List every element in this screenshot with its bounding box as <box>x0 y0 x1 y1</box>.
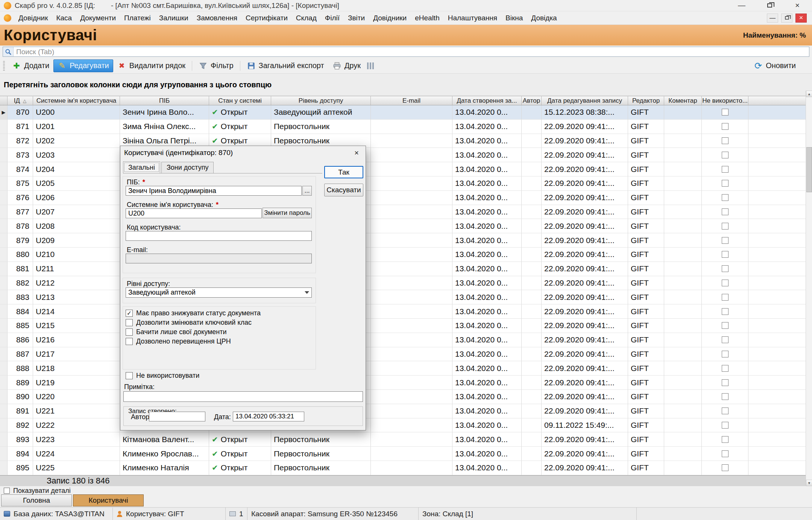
minimize-button[interactable]: — <box>736 1 747 11</box>
menu-item-Філії[interactable]: Філії <box>321 12 344 24</box>
search-input[interactable]: Поиск (Tab) <box>3 47 809 57</box>
cell-notused[interactable] <box>702 148 748 162</box>
author-input[interactable] <box>149 412 205 421</box>
not-used-checkbox[interactable] <box>722 194 729 201</box>
refresh-button[interactable]: ⟳ Оновити <box>750 59 800 72</box>
column-header-8[interactable]: Автор <box>522 96 542 105</box>
not-used-checkbox[interactable] <box>722 294 729 301</box>
not-used-checkbox[interactable] <box>722 422 729 429</box>
cell-notused[interactable] <box>702 347 748 362</box>
dialog-option-4[interactable]: Дозволено перевищення ЦРН <box>126 337 311 346</box>
column-header-12[interactable]: Не використо... <box>702 96 748 105</box>
column-header-11[interactable]: Коментар <box>664 96 702 105</box>
column-header-6[interactable]: E-mail <box>371 96 452 105</box>
user-code-input[interactable] <box>126 231 312 241</box>
cancel-button[interactable]: Скасувати <box>324 184 363 196</box>
menu-item-Замовлення[interactable]: Замовлення <box>193 12 241 24</box>
not-used-checkbox[interactable] <box>722 223 729 230</box>
menu-item-Налаштування[interactable]: Налаштування <box>444 12 501 24</box>
cell-notused[interactable] <box>702 319 748 333</box>
not-used-checkbox[interactable] <box>722 436 729 443</box>
menu-item-Довідник[interactable]: Довідник <box>14 12 52 24</box>
cell-notused[interactable] <box>702 418 748 433</box>
mdi-minimize-button[interactable]: — <box>767 14 778 23</box>
ok-button[interactable]: Так <box>324 166 363 178</box>
not-used-checkbox[interactable] <box>722 137 729 144</box>
cell-notused[interactable] <box>702 233 748 248</box>
menu-item-Каса[interactable]: Каса <box>52 12 76 24</box>
cell-notused[interactable] <box>702 361 748 376</box>
column-chooser-icon[interactable] <box>367 62 374 69</box>
date-input[interactable]: 13.04.2020 05:33:21 <box>233 412 304 421</box>
not-used-checkbox[interactable] <box>722 123 729 130</box>
menu-item-Довідники[interactable]: Довідники <box>369 12 411 24</box>
not-used-checkbox[interactable] <box>722 336 729 343</box>
not-used-checkbox[interactable] <box>722 180 729 187</box>
restore-button[interactable] <box>764 1 775 11</box>
group-by-bar[interactable]: Перетягніть заголовок колонки сюди для у… <box>0 74 812 96</box>
menu-item-Вікна[interactable]: Вікна <box>501 12 527 24</box>
print-button[interactable]: Друк <box>328 59 365 72</box>
scroll-up-button[interactable]: ▲ <box>806 91 812 97</box>
dialog-option-1[interactable]: ✓Має право знижувати статус документа <box>126 309 311 318</box>
not-used-checkbox[interactable] <box>722 393 729 400</box>
tab-zony-dostupu[interactable]: Зони доступу <box>161 162 214 173</box>
pib-input[interactable]: Зенич Ірина Володимирівна <box>126 186 302 196</box>
close-button[interactable]: × <box>792 1 803 11</box>
not-used-checkbox[interactable] <box>722 379 729 386</box>
not-use-option[interactable]: Не використовувати <box>126 371 199 380</box>
column-header-10[interactable]: Редактор <box>628 96 664 105</box>
cell-notused[interactable] <box>702 390 748 404</box>
cell-notused[interactable] <box>702 162 748 176</box>
cell-notused[interactable] <box>702 134 748 148</box>
not-used-checkbox[interactable] <box>722 109 729 116</box>
search-icon[interactable] <box>3 47 14 56</box>
checkbox[interactable] <box>126 319 133 326</box>
add-button[interactable]: ✚ Додати <box>8 59 53 72</box>
column-header-2[interactable]: Системне ім'я користувача <box>33 96 120 105</box>
bottom-tab-Користувачі[interactable]: Користувачі <box>73 494 144 506</box>
not-used-checkbox[interactable] <box>722 308 729 315</box>
email-input[interactable] <box>126 254 312 263</box>
not-used-checkbox[interactable] <box>722 166 729 173</box>
export-button[interactable]: Загальний експорт <box>243 59 328 72</box>
menu-item-Сертифікати[interactable]: Сертифікати <box>241 12 292 24</box>
change-password-button[interactable]: Змінити пароль <box>263 208 312 218</box>
bottom-tab-Головна[interactable]: Головна <box>1 494 72 506</box>
show-details-checkbox[interactable] <box>4 488 10 494</box>
sysname-input[interactable]: U200 <box>126 208 262 218</box>
cell-notused[interactable] <box>702 461 748 475</box>
cell-notused[interactable] <box>702 404 748 418</box>
menu-item-eHealth[interactable]: eHealth <box>411 12 444 24</box>
not-used-checkbox[interactable] <box>722 265 729 272</box>
not-used-checkbox[interactable] <box>722 152 729 158</box>
column-header-1[interactable]: ІД△ <box>8 96 33 105</box>
cell-notused[interactable] <box>702 219 748 233</box>
cell-notused[interactable] <box>702 333 748 347</box>
menu-item-Склад[interactable]: Склад <box>292 12 321 24</box>
checkbox[interactable] <box>126 328 133 336</box>
mdi-close-button[interactable]: × <box>795 14 807 23</box>
table-row-871[interactable]: 871U201Зима Яніна Олекс...✔ОткрытПервост… <box>0 120 806 134</box>
vertical-scrollbar[interactable]: ▲ ▼ <box>806 91 812 486</box>
cell-notused[interactable] <box>702 120 748 134</box>
column-header-3[interactable]: ПІБ <box>120 96 209 105</box>
column-header-9[interactable]: Дата редагування запису <box>542 96 628 105</box>
not-used-checkbox[interactable] <box>722 365 729 372</box>
dialog-option-2[interactable]: Дозволити змінювати ключовий клас <box>126 318 311 327</box>
cell-notused[interactable] <box>702 262 748 276</box>
not-used-checkbox[interactable] <box>722 208 729 215</box>
table-row-870[interactable]: ▶870U200Зенич Ірина Воло...✔ОткрытЗаведу… <box>0 105 806 120</box>
scrollbar-thumb[interactable] <box>806 147 812 192</box>
edit-button[interactable]: ✎ Редагувати <box>53 59 113 72</box>
cell-notused[interactable] <box>702 376 748 390</box>
checkbox[interactable]: ✓ <box>126 310 133 317</box>
menu-item-Документи[interactable]: Документи <box>76 12 120 24</box>
not-used-checkbox[interactable] <box>722 464 729 471</box>
not-used-checkbox[interactable] <box>722 450 729 457</box>
checkbox[interactable] <box>126 338 133 345</box>
column-header-5[interactable]: Рівень доступу <box>271 96 371 105</box>
table-row-895[interactable]: 895U225Клименко Наталія✔ОткрытПервостоль… <box>0 461 806 475</box>
cell-notused[interactable] <box>702 191 748 205</box>
delete-row-button[interactable]: ✖ Видалити рядок <box>113 59 190 72</box>
